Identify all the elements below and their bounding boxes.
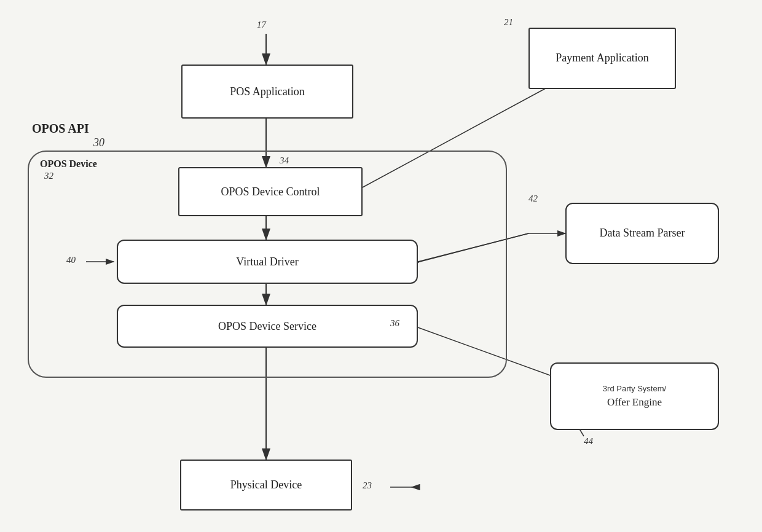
ref-42: 42: [528, 194, 538, 204]
opos-device-service-box: OPOS Device Service: [117, 305, 418, 348]
ref-40: 40: [66, 255, 76, 265]
ref-21: 21: [504, 17, 513, 28]
opos-device-control-box: OPOS Device Control: [178, 167, 363, 216]
offer-engine-line1: 3rd Party System/: [603, 383, 666, 395]
ref-23: 23: [363, 480, 372, 491]
payment-application-box: Payment Application: [528, 28, 676, 89]
ref-44: 44: [584, 436, 593, 447]
physical-device-label: Physical Device: [230, 479, 302, 491]
opos-device-ref: 32: [44, 171, 53, 181]
offer-engine-box: 3rd Party System/ Offer Engine: [550, 362, 719, 430]
virtual-driver-label: Virtual Driver: [236, 256, 298, 268]
data-stream-parser-label: Data Stream Parser: [600, 225, 685, 241]
diagram: 17 POS Application 21 Payment Applicatio…: [0, 0, 762, 532]
ref-36: 36: [390, 318, 399, 329]
opos-device-control-label: OPOS Device Control: [221, 186, 320, 198]
opos-device-service-label: OPOS Device Service: [218, 320, 316, 333]
pos-application-label: POS Application: [230, 85, 305, 98]
ref-34: 34: [280, 155, 289, 166]
payment-application-label: Payment Application: [556, 50, 648, 66]
opos-device-label: OPOS Device: [40, 158, 97, 170]
offer-engine-line2: Offer Engine: [603, 394, 666, 410]
opos-api-ref: 30: [93, 136, 104, 149]
virtual-driver-box: Virtual Driver: [117, 240, 418, 284]
data-stream-parser-box: Data Stream Parser: [565, 203, 719, 264]
opos-api-label: OPOS API: [32, 122, 89, 136]
ref-17: 17: [257, 20, 266, 30]
pos-application-box: POS Application: [181, 65, 353, 119]
physical-device-box: Physical Device: [180, 460, 352, 510]
